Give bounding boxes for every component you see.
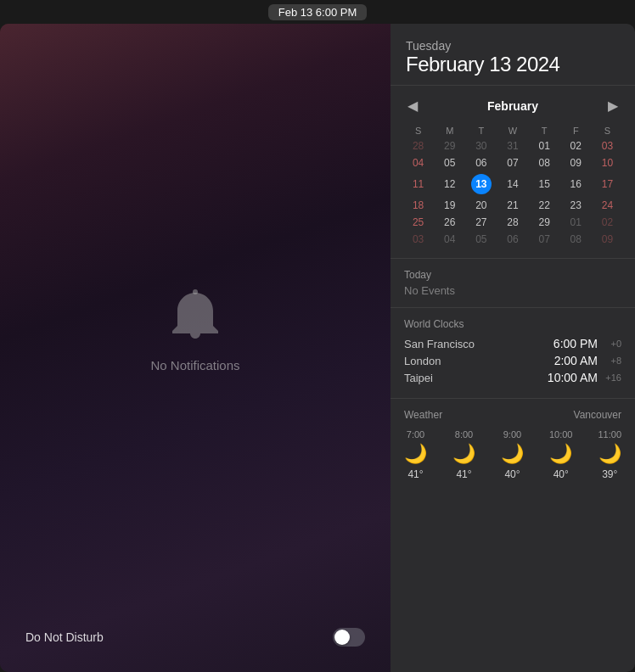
clock-city: San Francisco xyxy=(404,338,554,350)
no-events-text: No Events xyxy=(404,284,621,297)
bell-icon xyxy=(170,288,221,348)
calendar-day[interactable]: 02 xyxy=(592,214,623,231)
clock-row: London 2:00 AM +8 xyxy=(404,354,621,367)
weather-title: Weather xyxy=(404,409,442,421)
calendar-day[interactable]: 24 xyxy=(592,197,623,214)
calendar-day[interactable]: 30 xyxy=(465,137,497,154)
calendar-day[interactable]: 07 xyxy=(497,154,528,171)
clocks-container: San Francisco 6:00 PM +0 London 2:00 AM … xyxy=(404,337,621,384)
cal-day-header: S xyxy=(402,124,434,137)
weather-hour: 11:00 🌙 39° xyxy=(598,429,621,480)
calendar-grid: SMTWTFS 28293031010203040506070809101112… xyxy=(402,124,623,248)
calendar-day[interactable]: 16 xyxy=(560,171,592,197)
clock-offset: +8 xyxy=(603,356,621,366)
cal-day-header: S xyxy=(592,124,623,137)
calendar-day[interactable]: 27 xyxy=(465,214,497,231)
cal-day-header: W xyxy=(497,124,528,137)
calendar-day[interactable]: 23 xyxy=(560,197,592,214)
events-section: Today No Events xyxy=(391,259,635,308)
calendar-month-label: February xyxy=(487,99,538,113)
weather-icon: 🌙 xyxy=(452,443,475,465)
calendar-day[interactable]: 07 xyxy=(529,231,560,248)
calendar-day[interactable]: 08 xyxy=(529,154,560,171)
weather-hour: 7:00 🌙 41° xyxy=(404,429,427,480)
calendar-day[interactable]: 17 xyxy=(592,171,623,197)
weather-icon: 🌙 xyxy=(549,443,572,465)
clocks-title: World Clocks xyxy=(404,318,621,330)
calendar-day[interactable]: 05 xyxy=(465,231,497,248)
calendar-day[interactable]: 05 xyxy=(434,154,465,171)
weather-hour: 10:00 🌙 40° xyxy=(549,429,573,480)
calendar-day[interactable]: 02 xyxy=(560,137,592,154)
calendar-day[interactable]: 09 xyxy=(560,154,592,171)
calendar-day[interactable]: 09 xyxy=(592,231,623,248)
calendar-day[interactable]: 06 xyxy=(465,154,497,171)
calendar-day[interactable]: 21 xyxy=(497,197,528,214)
weather-temp: 40° xyxy=(504,468,520,480)
prev-month-button[interactable]: ◀ xyxy=(402,96,423,115)
calendar-day[interactable]: 25 xyxy=(402,214,434,231)
weather-hour-time: 10:00 xyxy=(549,429,573,440)
calendar-day[interactable]: 08 xyxy=(560,231,592,248)
weather-temp: 41° xyxy=(407,468,423,480)
right-panel: Tuesday February 13 2024 ◀ February ▶ SM… xyxy=(391,24,635,672)
clock-offset: +16 xyxy=(603,372,621,383)
clock-row: San Francisco 6:00 PM +0 xyxy=(404,337,621,350)
main-area: No Notifications Do Not Disturb Tuesday … xyxy=(0,24,635,672)
calendar-day[interactable]: 28 xyxy=(497,214,528,231)
calendar-day[interactable]: 06 xyxy=(497,231,528,248)
notification-panel: No Notifications Do Not Disturb xyxy=(0,24,391,672)
clocks-section: World Clocks San Francisco 6:00 PM +0 Lo… xyxy=(391,308,635,399)
calendar-day[interactable]: 18 xyxy=(402,197,434,214)
calendar-day[interactable]: 03 xyxy=(402,231,434,248)
cal-day-header: M xyxy=(434,124,465,137)
calendar-day[interactable]: 29 xyxy=(529,214,560,231)
svg-rect-0 xyxy=(193,289,198,294)
calendar-day[interactable]: 28 xyxy=(402,137,434,154)
weather-location: Vancouver xyxy=(574,409,621,421)
date-full: February 13 2024 xyxy=(406,53,620,76)
calendar-day[interactable]: 13 xyxy=(465,171,497,197)
calendar-day[interactable]: 20 xyxy=(465,197,497,214)
clock-city: London xyxy=(404,355,554,367)
calendar-day[interactable]: 26 xyxy=(434,214,465,231)
menu-bar: Feb 13 6:00 PM xyxy=(0,0,635,24)
menubar-datetime: Feb 13 6:00 PM xyxy=(268,4,368,20)
date-weekday: Tuesday xyxy=(406,39,620,53)
events-title: Today xyxy=(404,269,621,281)
weather-hour-time: 8:00 xyxy=(455,429,473,440)
weather-icon: 🌙 xyxy=(598,443,621,465)
calendar-day[interactable]: 01 xyxy=(560,214,592,231)
calendar-day[interactable]: 01 xyxy=(529,137,560,154)
clock-offset: +0 xyxy=(603,339,621,349)
weather-icon: 🌙 xyxy=(501,443,524,465)
calendar-section: ◀ February ▶ SMTWTFS 2829303101020304050… xyxy=(391,86,635,259)
weather-temp: 39° xyxy=(602,468,617,480)
clock-time: 10:00 AM xyxy=(548,371,598,384)
weather-temp: 41° xyxy=(456,468,471,480)
calendar-day[interactable]: 11 xyxy=(402,171,434,197)
calendar-day[interactable]: 29 xyxy=(434,137,465,154)
calendar-day[interactable]: 03 xyxy=(592,137,623,154)
dnd-row: Do Not Disturb xyxy=(17,619,374,655)
clock-time: 2:00 AM xyxy=(554,354,598,367)
weather-hourly: 7:00 🌙 41° 8:00 🌙 41° 9:00 🌙 40° 10:00 🌙… xyxy=(404,429,621,480)
next-month-button[interactable]: ▶ xyxy=(603,96,623,115)
calendar-day[interactable]: 22 xyxy=(529,197,560,214)
calendar-day[interactable]: 14 xyxy=(497,171,528,197)
dnd-toggle[interactable] xyxy=(333,628,365,647)
calendar-day[interactable]: 31 xyxy=(497,137,528,154)
calendar-day[interactable]: 15 xyxy=(529,171,560,197)
weather-temp: 40° xyxy=(554,468,569,480)
clock-city: Taipei xyxy=(404,372,548,384)
weather-header: Weather Vancouver xyxy=(404,409,621,421)
toggle-knob xyxy=(334,630,350,645)
calendar-nav: ◀ February ▶ xyxy=(402,96,623,115)
calendar-day[interactable]: 10 xyxy=(592,154,623,171)
calendar-day[interactable]: 04 xyxy=(434,231,465,248)
weather-hour-time: 11:00 xyxy=(598,429,621,440)
cal-day-header: T xyxy=(529,124,560,137)
calendar-day[interactable]: 04 xyxy=(402,154,434,171)
calendar-day[interactable]: 19 xyxy=(434,197,465,214)
calendar-day[interactable]: 12 xyxy=(434,171,465,197)
